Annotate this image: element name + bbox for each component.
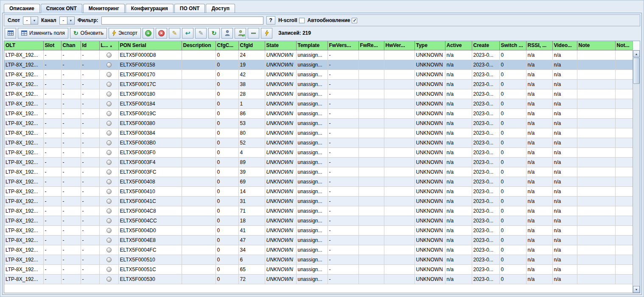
column-header-led[interactable]: L...▲: [99, 41, 118, 50]
cell-cfg_id: 24: [238, 50, 265, 60]
table-row[interactable]: LTP-8X_192...---ELTX5F0004E8047UNKNOWNun…: [4, 235, 633, 245]
export-button[interactable]: Экспорт: [109, 28, 141, 39]
column-header-id[interactable]: Id: [81, 41, 99, 50]
scroll-down-icon[interactable]: ▼: [633, 286, 640, 293]
column-header-note2[interactable]: Not...: [615, 41, 633, 50]
refresh-button[interactable]: ↻ Обновить: [70, 28, 107, 39]
column-header-cfg_id[interactable]: CfgId: [238, 41, 265, 50]
table-row[interactable]: LTP-8X_192...---ELTX5F0000D8024UNKNOWNun…: [4, 50, 633, 60]
delete-ont-button[interactable]: ×: [156, 28, 167, 39]
table-row[interactable]: LTP-8X_192...---ELTX5F0003FC039UNKNOWNun…: [4, 167, 633, 177]
cell-rssi: n/a: [526, 118, 552, 128]
column-header-hw_version[interactable]: HwVer...: [384, 41, 414, 50]
cell-slot: -: [43, 138, 61, 147]
link-status-led-icon: [106, 189, 112, 194]
column-header-label: L...: [101, 42, 108, 48]
column-header-state[interactable]: State: [265, 41, 296, 50]
table-row[interactable]: LTP-8X_192...---ELTX5F000170042UNKNOWNun…: [4, 69, 633, 79]
column-header-create[interactable]: Create: [472, 41, 499, 50]
lightning-button[interactable]: [261, 28, 272, 39]
table-row[interactable]: LTP-8X_192...---ELTX5F000180028UNKNOWNun…: [4, 89, 633, 99]
cell-chan: -: [61, 186, 81, 196]
column-header-cfg_count[interactable]: CfgC...: [216, 41, 238, 50]
column-header-olt[interactable]: OLT: [4, 41, 43, 50]
filter-input[interactable]: [101, 17, 263, 25]
table-row[interactable]: LTP-8X_192...---ELTX5F0003F4089UNKNOWNun…: [4, 157, 633, 167]
table-row[interactable]: LTP-8X_192...---ELTX5F000384080UNKNOWNun…: [4, 128, 633, 138]
tab-0[interactable]: Описание: [4, 4, 40, 13]
column-header-rssi[interactable]: RSSI, ...: [526, 41, 552, 50]
cell-pon_serial: ELTX5F0004C8: [118, 206, 182, 216]
table-row[interactable]: LTP-8X_192...---ELTX5F000410014UNKNOWNun…: [4, 186, 633, 196]
table-row[interactable]: LTP-8X_192...---ELTX5F00017C038UNKNOWNun…: [4, 79, 633, 89]
table-row[interactable]: LTP-8X_192...---ELTX5F00018401UNKNOWNuna…: [4, 99, 633, 108]
table-row[interactable]: LTP-8X_192...---ELTX5F0004FC034UNKNOWNun…: [4, 245, 633, 255]
table-row[interactable]: LTP-8X_192...---ELTX5F0004D0041UNKNOWNun…: [4, 225, 633, 235]
cell-active: n/a: [445, 186, 472, 196]
tab-5[interactable]: Доступ: [206, 4, 235, 13]
table-row[interactable]: LTP-8X_192...---ELTX5F0004CC018UNKNOWNun…: [4, 216, 633, 225]
chevron-down-icon[interactable]: ▼: [67, 17, 74, 24]
undo-button[interactable]: ↩: [182, 28, 193, 39]
cell-switch: 0: [499, 225, 526, 235]
channel-select[interactable]: - ▼: [59, 17, 75, 25]
tab-2[interactable]: Мониторинг: [83, 4, 125, 13]
column-header-template[interactable]: Template: [296, 41, 328, 50]
chevron-down-icon[interactable]: ▼: [31, 17, 38, 24]
column-header-type[interactable]: Type: [414, 41, 445, 50]
tab-4[interactable]: ПО ONT: [174, 4, 205, 13]
slot-select[interactable]: - ▼: [23, 17, 38, 25]
table-row[interactable]: LTP-8X_192...---ELTX5F00041C031UNKNOWNun…: [4, 196, 633, 206]
vertical-scrollbar[interactable]: ▲ ▼: [633, 41, 640, 293]
table-row[interactable]: LTP-8X_192...---ELTX5F000530072UNKNOWNun…: [4, 274, 633, 284]
table-row[interactable]: LTP-8X_192...---ELTX5F00019C086UNKNOWNun…: [4, 108, 633, 118]
cell-note2: [615, 255, 633, 264]
cell-type: UNKNOWN: [414, 157, 445, 167]
cell-type: UNKNOWN: [414, 196, 445, 206]
cell-type: UNKNOWN: [414, 264, 445, 274]
edit-fields-button[interactable]: Изменить поля: [18, 28, 68, 39]
table-row[interactable]: LTP-8X_192...---ELTX5F000408069UNKNOWNun…: [4, 177, 633, 186]
table-row[interactable]: LTP-8X_192...---ELTX5F000380053UNKNOWNun…: [4, 118, 633, 128]
tab-1[interactable]: Список ONT: [41, 4, 82, 13]
cell-fw_revision: [358, 177, 384, 186]
table-row[interactable]: LTP-8X_192...---ELTX5F0004C8071UNKNOWNun…: [4, 206, 633, 216]
edit-ont-button[interactable]: ✎: [169, 28, 180, 39]
scroll-up-icon[interactable]: ▲: [633, 50, 640, 57]
help-button[interactable]: ?: [266, 16, 275, 25]
refresh-label: Обновить: [81, 30, 104, 36]
scrollbar-thumb[interactable]: [633, 58, 640, 84]
column-header-description[interactable]: Description: [182, 41, 216, 50]
column-header-pon_serial[interactable]: PON Serial: [118, 41, 182, 50]
column-header-active[interactable]: Active: [445, 41, 472, 50]
cell-slot: -: [43, 118, 61, 128]
cell-video: n/a: [552, 255, 577, 264]
user-button[interactable]: [221, 28, 233, 39]
table-row[interactable]: LTP-8X_192...---ELTX5F00051C065UNKNOWNun…: [4, 264, 633, 274]
edit-config-button[interactable]: ✎: [195, 28, 207, 39]
tab-3[interactable]: Конфигурация: [126, 4, 174, 13]
table-row[interactable]: LTP-8X_192...---ELTX5F0003B0052UNKNOWNun…: [4, 138, 633, 147]
column-header-fw_version[interactable]: FwVers...: [328, 41, 358, 50]
autorefresh-checkbox[interactable]: ✓: [352, 18, 357, 23]
cell-state: UNKNOWN: [265, 69, 296, 79]
cell-olt: LTP-8X_192...: [4, 177, 43, 186]
table-row[interactable]: LTP-8X_192...---ELTX5F0003F004UNKNOWNuna…: [4, 147, 633, 157]
column-header-fw_revision[interactable]: FwRe...: [358, 41, 384, 50]
column-header-chan[interactable]: Chan: [61, 41, 81, 50]
cell-id: -: [81, 206, 99, 216]
hscroll-checkbox[interactable]: [299, 18, 305, 23]
cell-fw_revision: [358, 79, 384, 89]
column-header-video[interactable]: Video...: [552, 41, 577, 50]
table-columns-button[interactable]: [5, 28, 16, 39]
column-header-switch[interactable]: Switch ...: [499, 41, 526, 50]
cell-hw_version: [384, 177, 414, 186]
add-ont-button[interactable]: +: [143, 28, 154, 39]
sync-user-button[interactable]: ⇄: [235, 28, 246, 39]
column-header-note[interactable]: Note: [577, 41, 615, 50]
table-row[interactable]: LTP-8X_192...---ELTX5F00051006UNKNOWNuna…: [4, 255, 633, 264]
table-row[interactable]: LTP-8X_192...---ELTX5F000158019UNKNOWNun…: [4, 60, 633, 69]
reload-table-button[interactable]: ↻: [208, 28, 220, 39]
minus-button[interactable]: [248, 28, 259, 39]
column-header-slot[interactable]: Slot: [43, 41, 61, 50]
